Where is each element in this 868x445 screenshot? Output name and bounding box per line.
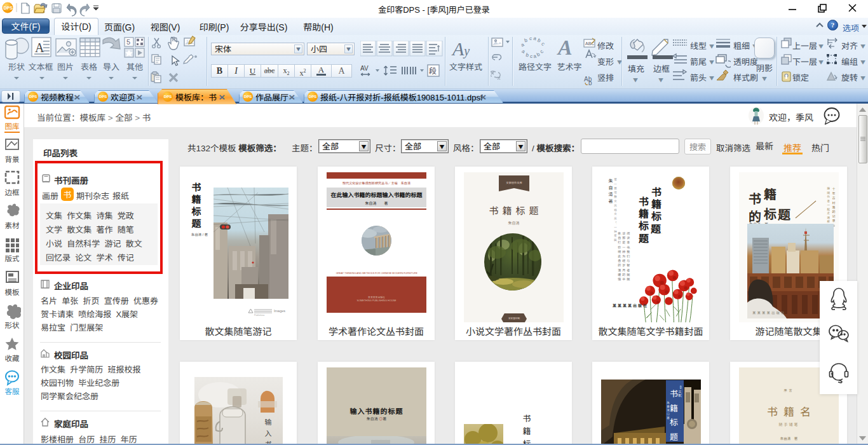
svg-text:5: 5 bbox=[126, 36, 130, 46]
svg-text:ABC: ABC bbox=[585, 40, 594, 46]
svg-text:AV: AV bbox=[360, 65, 369, 72]
svg-text:a: a bbox=[521, 48, 527, 55]
svg-text:A: A bbox=[35, 41, 44, 55]
svg-text:b: b bbox=[588, 78, 592, 85]
svg-text:DPS: DPS bbox=[4, 6, 13, 10]
svg-text:b: b bbox=[526, 52, 530, 58]
svg-text:a: a bbox=[533, 37, 538, 42]
svg-text:c: c bbox=[539, 48, 545, 54]
svg-text:某某某某出版社: 某某某某出版社 bbox=[752, 310, 786, 315]
svg-text:Images: Images bbox=[274, 309, 285, 313]
svg-text:段: 段 bbox=[429, 65, 437, 76]
svg-text:b: b bbox=[524, 37, 528, 43]
svg-text:c: c bbox=[540, 41, 546, 46]
svg-text:c: c bbox=[530, 53, 532, 59]
svg-text:b: b bbox=[536, 38, 541, 44]
svg-text:Publishing: Publishing bbox=[254, 314, 264, 317]
svg-text:c: c bbox=[529, 37, 532, 41]
